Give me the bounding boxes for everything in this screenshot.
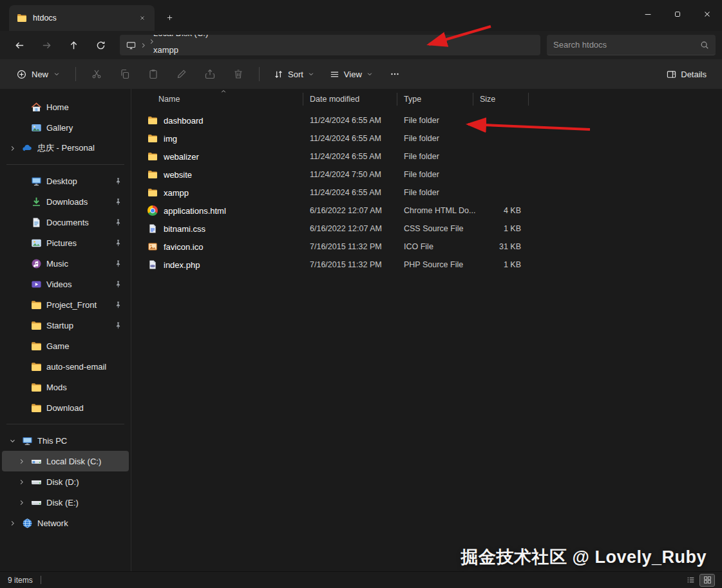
refresh-button[interactable]: [88, 34, 113, 56]
new-button[interactable]: New: [9, 63, 68, 85]
watermark-text: 掘金技术社区 @ Lovely_Ruby: [461, 545, 707, 569]
share-button[interactable]: [197, 63, 223, 85]
chevron-down-icon[interactable]: [7, 437, 17, 444]
table-row-xampp[interactable]: xampp 11/24/2024 6:55 AM File folder: [144, 184, 722, 202]
back-button[interactable]: [6, 34, 32, 56]
file-name: webalizer: [164, 152, 199, 162]
sidebar-item-label: Disk (E:): [46, 498, 79, 507]
explorer-tab[interactable]: htdocs: [9, 5, 155, 31]
sidebar-item-local-disk-c[interactable]: Local Disk (C:): [2, 451, 129, 471]
sidebar-item-download[interactable]: Download: [2, 397, 129, 418]
sidebar-item-label: Music: [46, 259, 68, 269]
close-button[interactable]: [692, 0, 722, 28]
up-button[interactable]: [61, 34, 86, 56]
breadcrumb-item-local-disk-c[interactable]: Local Disk (C:): [148, 35, 213, 40]
column-header-date-modified[interactable]: Date modified: [303, 93, 397, 106]
chevron-right-icon[interactable]: [16, 479, 26, 486]
videos-icon: [31, 279, 42, 290]
pin-icon: [114, 177, 122, 185]
titlebar: htdocs: [0, 0, 722, 31]
sidebar-item-mods[interactable]: Mods: [2, 377, 129, 397]
folder-icon: [31, 299, 42, 310]
sidebar-item-label: Documents: [46, 218, 89, 227]
sidebar-item-pictures[interactable]: Pictures: [2, 232, 129, 253]
pin-icon: [114, 321, 122, 330]
sidebar-item-gallery[interactable]: Gallery: [2, 117, 129, 138]
sidebar-item-game[interactable]: Game: [2, 336, 129, 356]
thispc-icon: [22, 435, 33, 446]
minimize-button[interactable]: [633, 0, 663, 28]
chevron-right-icon[interactable]: [16, 458, 26, 465]
folder-icon: [147, 115, 158, 126]
sidebar-item-network[interactable]: Network: [2, 513, 129, 533]
sidebar-item-label: This PC: [37, 436, 67, 446]
sidebar-item-disk-d[interactable]: Disk (D:): [2, 471, 129, 492]
sidebar-item-disk-e[interactable]: Disk (E:): [2, 492, 129, 513]
search-box[interactable]: [547, 35, 716, 55]
search-icon[interactable]: [700, 41, 709, 50]
sidebar-item-personal[interactable]: 忠庆 - Personal: [2, 138, 129, 158]
search-input[interactable]: [553, 40, 700, 50]
sidebar-item-project-front[interactable]: Project_Front: [2, 294, 129, 315]
forward-button[interactable]: [33, 34, 59, 56]
sidebar-item-this-pc[interactable]: This PC: [2, 430, 129, 451]
breadcrumb-item-xampp[interactable]: xampp: [148, 43, 184, 55]
css-icon: [147, 223, 158, 234]
sidebar-item-home[interactable]: Home: [2, 97, 129, 117]
maximize-button[interactable]: [663, 0, 692, 28]
table-row-bitnami-css[interactable]: bitnami.css 6/16/2022 12:07 AM CSS Sourc…: [144, 220, 722, 238]
column-header-name[interactable]: Name: [144, 93, 303, 106]
file-date-modified: 11/24/2024 7:50 AM: [303, 170, 397, 179]
sidebar-item-startup[interactable]: Startup: [2, 315, 129, 336]
file-size: 1 KB: [473, 260, 529, 269]
paste-button[interactable]: [140, 63, 166, 85]
see-more-button[interactable]: [382, 63, 408, 85]
table-row-img[interactable]: img 11/24/2024 6:55 AM File folder: [144, 129, 722, 147]
details-view-icon[interactable]: [683, 574, 698, 586]
sidebar-item-videos[interactable]: Videos: [2, 274, 129, 294]
table-row-applications-html[interactable]: applications.html 6/16/2022 12:07 AM Chr…: [144, 202, 722, 220]
table-row-dashboard[interactable]: dashboard 11/24/2024 6:55 AM File folder: [144, 111, 722, 129]
chevron-right-icon[interactable]: [16, 499, 26, 506]
sidebar-item-music[interactable]: Music: [2, 253, 129, 274]
sort-button[interactable]: Sort: [267, 63, 321, 85]
table-row-favicon-ico[interactable]: favicon.ico 7/16/2015 11:32 PM ICO File …: [144, 238, 722, 256]
sidebar-item-documents[interactable]: Documents: [2, 212, 129, 232]
rename-button[interactable]: [169, 63, 195, 85]
copy-button[interactable]: [112, 63, 138, 85]
table-row-webalizer[interactable]: webalizer 11/24/2024 6:55 AM File folder: [144, 147, 722, 166]
status-view-toggles: [683, 574, 714, 586]
gallery-icon: [31, 122, 42, 133]
breadcrumb[interactable]: This PCLocal Disk (C:)xampphtdocs: [120, 35, 540, 55]
home-icon: [31, 102, 42, 113]
table-row-index-php[interactable]: index.php 7/16/2015 11:32 PM PHP Source …: [144, 256, 722, 274]
chevron-right-icon[interactable]: [7, 145, 17, 152]
column-header-type[interactable]: Type: [397, 93, 473, 106]
folder-icon: [147, 133, 158, 144]
folder-icon: [147, 169, 158, 180]
file-type: CSS Source File: [397, 224, 473, 233]
folder-icon: [31, 341, 42, 352]
pin-icon: [114, 239, 122, 247]
sidebar-item-desktop[interactable]: Desktop: [2, 171, 129, 191]
chevron-right-icon[interactable]: [7, 520, 17, 527]
file-name: index.php: [164, 260, 200, 270]
sidebar-item-downloads[interactable]: Downloads: [2, 191, 129, 212]
file-list-pane: Name Date modified Type Size dashboard 1…: [131, 89, 722, 571]
file-explorer-window: htdocs This PCLocal Disk (C:)xampphtdocs: [0, 0, 722, 588]
cut-button[interactable]: [84, 63, 109, 85]
tab-close-icon[interactable]: [135, 11, 149, 25]
delete-button[interactable]: [225, 63, 251, 85]
column-header-size[interactable]: Size: [473, 93, 529, 106]
sidebar-item-auto-send-email[interactable]: auto-send-email: [2, 356, 129, 377]
table-row-website[interactable]: website 11/24/2024 7:50 AM File folder: [144, 166, 722, 184]
thumbnails-view-icon[interactable]: [700, 574, 714, 586]
file-name: favicon.ico: [164, 242, 203, 252]
new-tab-button[interactable]: [158, 6, 180, 28]
file-date-modified: 11/24/2024 6:55 AM: [303, 188, 397, 197]
explorer-body: Home Gallery 忠庆 - Personal Desktop Downl…: [0, 89, 722, 571]
view-button[interactable]: View: [323, 63, 379, 85]
ico-icon: [147, 242, 158, 252]
file-name: website: [164, 170, 192, 180]
details-pane-button[interactable]: Details: [660, 63, 713, 85]
